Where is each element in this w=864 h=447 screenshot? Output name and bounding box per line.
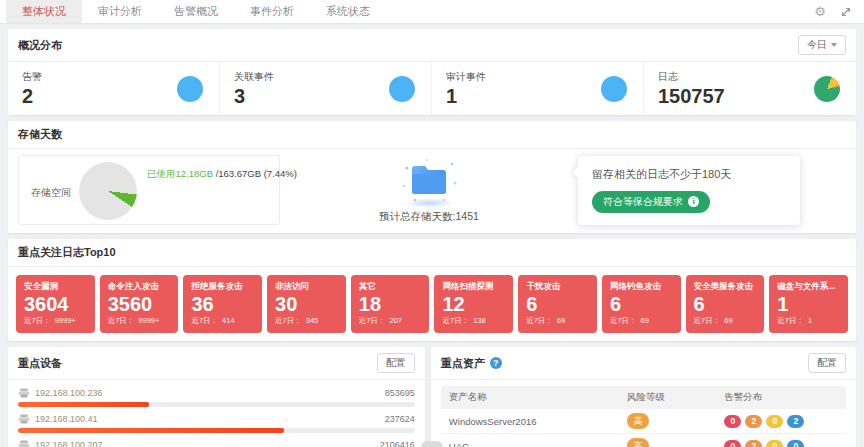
log-type-card[interactable]: 拒绝服务攻击 36 近7日： 414 <box>183 275 262 333</box>
log-type-name: 其它 <box>359 281 423 293</box>
devices-config-button[interactable]: 配置 <box>377 353 415 373</box>
log-recent-label: 近7日： <box>359 316 386 326</box>
nav-tab[interactable]: 事件分析 <box>234 0 310 23</box>
stat-label: 关联事件 <box>234 70 274 84</box>
device-ip: 192.168.100.207 <box>35 440 103 447</box>
log-type-card[interactable]: 网络扫描探测 12 近7日： 138 <box>434 275 513 333</box>
log-type-card[interactable]: 网络钓鱼攻击 6 近7日： 69 <box>602 275 681 333</box>
log-recent: 近7日： 345 <box>275 316 339 326</box>
storage-days-column: 预计总存储天数:1451 <box>290 156 568 224</box>
log-recent-value: 138 <box>473 316 486 326</box>
overview-title: 概况分布 <box>18 38 62 53</box>
log-type-name: 磁盘与文件系... <box>777 281 841 293</box>
folder-illustration <box>397 156 461 206</box>
log-recent-label: 近7日： <box>275 316 302 326</box>
nav-tab[interactable]: 告警概况 <box>158 0 234 23</box>
log-recent-label: 近7日： <box>694 316 721 326</box>
device-icon <box>18 440 30 447</box>
nav-tab-label: 审计分析 <box>98 4 142 19</box>
info-icon: i <box>688 196 699 207</box>
log-recent: 近7日： 9999+ <box>108 316 172 326</box>
log-type-value: 3560 <box>108 293 172 316</box>
log-type-card[interactable]: 安全类服务攻击 6 近7日： 69 <box>686 275 765 333</box>
alarm-critical-badge: 0 <box>724 415 741 428</box>
risk-badge: 高 <box>627 413 649 429</box>
log-recent-value: 69 <box>557 316 565 326</box>
alarm-high-badge: 2 <box>745 415 762 428</box>
log-type-card[interactable]: 命令注入攻击 3560 近7日： 9999+ <box>100 275 179 333</box>
assets-title: 重点资产 ? <box>441 356 502 371</box>
device-row-top: 192.168.100.207 2106416 <box>18 440 415 447</box>
log-type-value: 6 <box>526 293 590 316</box>
stat-cell: 审计事件 1 <box>432 62 644 115</box>
nav-tab[interactable]: 审计分析 <box>82 0 158 23</box>
device-icon <box>18 414 30 424</box>
storage-used-value: 12.18GB <box>176 168 214 179</box>
settings-gear-icon[interactable]: ⚙ <box>814 5 826 18</box>
overview-stats: 告警 2 关联事件 3 审计事件 1 <box>8 62 856 115</box>
alarm-medium-badge: 0 <box>766 415 783 428</box>
log-recent: 近7日： 9999+ <box>24 316 88 326</box>
nav-tab[interactable]: 整体状况 <box>6 0 82 23</box>
log-type-name: 安全漏洞 <box>24 281 88 293</box>
nav-tab-label: 系统状态 <box>326 4 370 19</box>
assets-config-button[interactable]: 配置 <box>808 353 846 373</box>
asset-alarm-cell: 0 2 0 0 <box>716 436 846 447</box>
expand-fullscreen-icon[interactable] <box>840 6 852 18</box>
device-row[interactable]: 192.168.100.41 237624 <box>18 409 415 435</box>
help-icon[interactable]: ? <box>490 357 502 369</box>
log-type-card[interactable]: 干扰攻击 6 近7日： 69 <box>518 275 597 333</box>
device-ip: 192.168.100.41 <box>35 414 98 424</box>
assets-title-text: 重点资产 <box>441 356 485 371</box>
device-log-count: 853695 <box>385 388 415 398</box>
compliance-badge-label: 符合等保合规要求 <box>603 195 683 209</box>
log-type-name: 命令注入攻击 <box>108 281 172 293</box>
scroll-indicator <box>421 441 443 447</box>
storage-header: 存储天数 <box>8 121 856 149</box>
log-type-card[interactable]: 非法访问 30 近7日： 345 <box>267 275 346 333</box>
date-filter-dropdown[interactable]: 今日 <box>798 35 846 55</box>
log-type-card[interactable]: 安全漏洞 3604 近7日： 9999+ <box>16 275 95 333</box>
log-recent-label: 近7日： <box>191 316 218 326</box>
nav-tab[interactable]: 系统状态 <box>310 0 386 23</box>
log-type-card[interactable]: 磁盘与文件系... 1 近7日： 1 <box>769 275 848 333</box>
log-type-name: 网络扫描探测 <box>442 281 506 293</box>
nav-tab-label: 整体状况 <box>22 4 66 19</box>
log-type-value: 18 <box>359 293 423 316</box>
log-recent-value: 9999+ <box>138 316 159 326</box>
overview-card: 概况分布 今日 告警 2 关联事件 3 <box>8 29 856 115</box>
log-type-value: 36 <box>191 293 255 316</box>
alarm-medium-badge: 0 <box>766 440 783 447</box>
device-bar-track <box>18 428 415 433</box>
log-type-value: 3604 <box>24 293 88 316</box>
log-type-value: 12 <box>442 293 506 316</box>
device-row[interactable]: 192.168.100.207 2106416 <box>18 435 415 447</box>
assets-table-body: WindowsServer2016 高 0 2 0 2 <box>441 409 846 447</box>
asset-row[interactable]: UAC 高 0 2 0 0 <box>441 434 846 447</box>
log-recent: 近7日： 1 <box>777 316 841 326</box>
log-type-name: 非法访问 <box>275 281 339 293</box>
storage-total-text: /163.67GB (7.44%) <box>213 168 297 179</box>
asset-row[interactable]: WindowsServer2016 高 0 2 0 2 <box>441 409 846 434</box>
log-recent-value: 1 <box>808 316 812 326</box>
storage-space-label: 存储空间 <box>31 186 71 200</box>
log-type-card[interactable]: 其它 18 近7日： 207 <box>351 275 430 333</box>
nav-tab-label: 告警概况 <box>174 4 218 19</box>
risk-badge: 高 <box>627 438 649 447</box>
storage-used-prefix: 已使用 <box>147 168 176 179</box>
storage-days-text: 预计总存储天数:1451 <box>379 210 479 224</box>
stat-text: 审计事件 1 <box>446 70 486 107</box>
log-recent-label: 近7日： <box>24 316 51 326</box>
device-row[interactable]: 192.168.100.236 853695 <box>18 383 415 409</box>
assets-card: 重点资产 ? 配置 资产名称 风险等级 告警分布 WindowsServer20… <box>431 347 856 447</box>
log-type-value: 1 <box>777 293 841 316</box>
dashboard-main: 概况分布 今日 告警 2 关联事件 3 <box>0 24 864 447</box>
compliance-note-text: 留存相关的日志不少于180天 <box>592 167 786 182</box>
device-log-count: 237624 <box>385 414 415 424</box>
alarm-critical-badge: 0 <box>724 440 741 447</box>
log-recent-value: 345 <box>306 316 319 326</box>
compliance-badge-button[interactable]: 符合等保合规要求 i <box>592 191 710 213</box>
alarm-pills: 0 2 0 2 <box>724 415 804 428</box>
storage-usage-text: 已使用12.18GB /163.67GB (7.44%) <box>147 168 297 181</box>
log-recent-label: 近7日： <box>108 316 135 326</box>
